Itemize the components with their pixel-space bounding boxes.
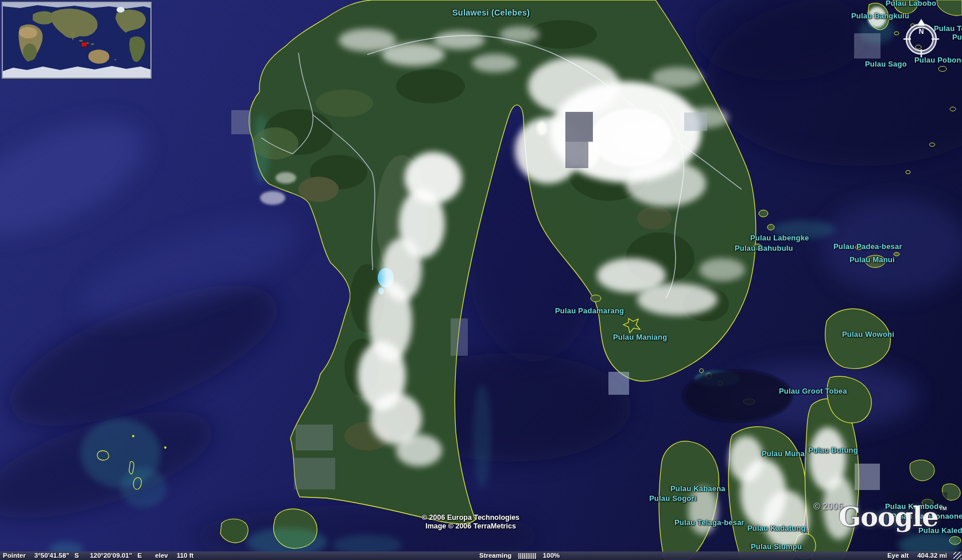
status-bar: Pointer 3°50'41.58" S 120°20'09.01" E el…	[0, 551, 962, 560]
indonesia-islands	[79, 40, 83, 41]
credit-line-2: Image © 2006 TerraMetrics	[402, 522, 540, 531]
pointer-lat-hemisphere: S	[75, 551, 79, 560]
sahara	[19, 27, 37, 38]
eye-altitude-readout: Eye alt 404.32 mi	[887, 551, 947, 560]
google-logo: GoogleTM	[839, 504, 947, 530]
view-extent-marker	[82, 42, 87, 46]
tobea-bay	[683, 370, 792, 422]
resize-grip[interactable]	[953, 552, 961, 559]
elevation-value: 110 ft	[177, 551, 193, 560]
credit-line-1: © 2006 Europa Technologies	[402, 514, 540, 522]
pointer-longitude: 120°20'09.01"	[90, 551, 133, 560]
overview-world-art	[3, 3, 150, 77]
imagery-credits: © 2006 Europa Technologies Image © 2006 …	[402, 514, 540, 531]
pointer-latitude: 3°50'41.58"	[34, 551, 69, 560]
streaming-label: Streaming	[479, 551, 511, 560]
streaming-progress-bars: ||||||||||	[518, 551, 536, 560]
compass-north-label: N	[919, 28, 924, 36]
eye-alt-label: Eye alt	[887, 551, 909, 560]
streaming-readout: Streaming |||||||||| 100%	[479, 551, 560, 560]
pointer-label: Pointer	[3, 551, 26, 560]
streaming-percent: 100%	[543, 551, 560, 560]
google-logo-text: Google	[839, 501, 938, 532]
elevation-label: elev	[155, 551, 168, 560]
satellite-imagery	[0, 0, 962, 560]
google-logo-tm: TM	[940, 505, 947, 511]
new-zealand	[114, 59, 117, 60]
compass-north-needle	[917, 19, 926, 26]
pointer-readout: Pointer 3°50'41.58" S 120°20'09.01" E el…	[3, 551, 193, 560]
greenland	[117, 7, 125, 13]
pointer-lon-hemisphere: E	[137, 551, 142, 560]
overview-map[interactable]	[2, 2, 152, 79]
eye-alt-value: 404.32 mi	[917, 551, 947, 560]
earth-viewport[interactable]: Sulawesi (Celebes)Pulau LaboboPulau Bang…	[0, 0, 962, 560]
compass[interactable]: N	[903, 16, 940, 62]
africa-south	[23, 44, 37, 61]
indonesia-islands	[91, 44, 94, 45]
